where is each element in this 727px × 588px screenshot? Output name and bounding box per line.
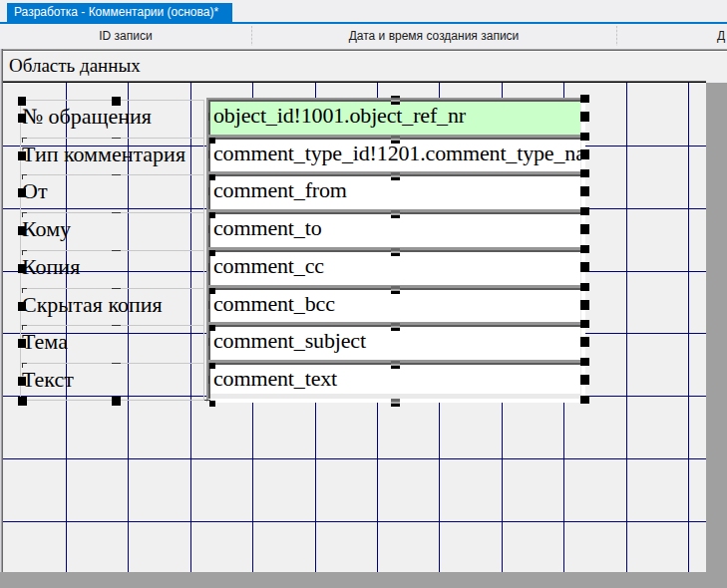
selection-handle[interactable] bbox=[391, 136, 400, 144]
selection-handle[interactable] bbox=[580, 224, 589, 234]
selection-handle[interactable] bbox=[112, 97, 121, 106]
field-label[interactable]: Текст bbox=[20, 363, 203, 401]
selection-handle[interactable] bbox=[208, 301, 209, 309]
selection-handle[interactable] bbox=[580, 283, 589, 291]
selection-handle[interactable] bbox=[208, 113, 209, 121]
selection-mark bbox=[22, 138, 23, 143]
selection-mark bbox=[22, 363, 23, 368]
selection-handle[interactable] bbox=[208, 338, 209, 346]
selection-handle[interactable] bbox=[391, 361, 400, 369]
selection-mark bbox=[112, 363, 121, 364]
selection-mark bbox=[22, 174, 23, 179]
selection-mark bbox=[112, 325, 121, 326]
selection-handle[interactable] bbox=[391, 286, 400, 294]
selection-mark bbox=[22, 212, 23, 217]
selection-handle[interactable] bbox=[112, 397, 121, 406]
selection-handle[interactable] bbox=[580, 186, 589, 196]
designer-window: Разработка - Комментарии (основа)* ID за… bbox=[0, 0, 727, 588]
selection-handle[interactable] bbox=[391, 399, 400, 407]
selection-handle[interactable] bbox=[209, 288, 215, 294]
selection-handle[interactable] bbox=[18, 188, 26, 197]
selection-handle[interactable] bbox=[391, 210, 400, 218]
selection-handle[interactable] bbox=[208, 150, 209, 158]
selection-handle[interactable] bbox=[580, 149, 589, 159]
field-label[interactable]: Кому bbox=[20, 212, 203, 250]
selection-handle[interactable] bbox=[580, 300, 589, 310]
field-label[interactable]: От bbox=[20, 174, 203, 212]
field-label[interactable]: Скрытая копия bbox=[20, 288, 203, 326]
selection-handle[interactable] bbox=[209, 212, 215, 218]
selection-mark bbox=[112, 250, 121, 251]
selection-handle[interactable] bbox=[208, 187, 209, 195]
selection-handle[interactable] bbox=[580, 396, 589, 404]
selection-handle[interactable] bbox=[209, 250, 215, 256]
selection-mark bbox=[112, 212, 121, 213]
field-label[interactable]: Копия bbox=[20, 250, 203, 288]
selection-handle[interactable] bbox=[209, 325, 215, 331]
selection-handle[interactable] bbox=[209, 138, 215, 144]
selection-handle[interactable] bbox=[209, 174, 215, 180]
selection-handle[interactable] bbox=[208, 376, 209, 384]
selection-handle[interactable] bbox=[209, 363, 215, 369]
selection-handle[interactable] bbox=[209, 401, 215, 407]
selection-handle[interactable] bbox=[208, 263, 209, 271]
design-objects-layer: № обращенияobject_id!1001.object_ref_nrТ… bbox=[0, 0, 727, 588]
selection-mark bbox=[112, 138, 121, 139]
selection-handle[interactable] bbox=[580, 375, 589, 385]
selection-handle[interactable] bbox=[580, 245, 589, 253]
selection-handle[interactable] bbox=[391, 96, 400, 105]
selection-handle[interactable] bbox=[18, 264, 26, 273]
selection-handle[interactable] bbox=[18, 97, 26, 106]
selection-handle[interactable] bbox=[580, 207, 589, 215]
selection-handle[interactable] bbox=[391, 172, 400, 180]
selection-handle[interactable] bbox=[580, 112, 589, 122]
field-label[interactable]: Тип комментария bbox=[20, 138, 203, 175]
selection-handle[interactable] bbox=[18, 302, 26, 311]
selection-handle[interactable] bbox=[580, 320, 589, 328]
selection-mark bbox=[22, 325, 23, 330]
selection-mark bbox=[112, 288, 121, 289]
selection-handle[interactable] bbox=[18, 114, 26, 123]
selection-handle[interactable] bbox=[18, 151, 26, 160]
selection-handle[interactable] bbox=[208, 225, 209, 233]
selection-handle[interactable] bbox=[580, 95, 589, 103]
selection-handle[interactable] bbox=[580, 358, 589, 366]
selection-mark bbox=[22, 250, 23, 255]
selection-handle[interactable] bbox=[580, 169, 589, 177]
selection-handle[interactable] bbox=[391, 248, 400, 256]
selection-handle[interactable] bbox=[18, 377, 26, 386]
selection-handle[interactable] bbox=[391, 323, 400, 331]
field-label[interactable]: Тема bbox=[20, 325, 203, 363]
selection-handle[interactable] bbox=[580, 133, 589, 141]
selection-mark bbox=[204, 400, 210, 401]
selection-handle[interactable] bbox=[18, 339, 26, 348]
selection-handle[interactable] bbox=[580, 337, 589, 347]
selection-mark bbox=[112, 174, 121, 175]
selection-handle[interactable] bbox=[580, 262, 589, 272]
selection-handle[interactable] bbox=[18, 397, 27, 406]
selection-mark bbox=[22, 288, 23, 293]
selection-handle[interactable] bbox=[18, 226, 26, 235]
